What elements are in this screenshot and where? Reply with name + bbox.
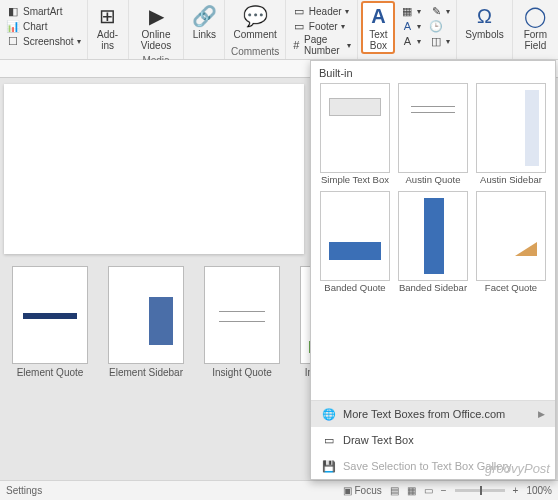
text-box-label: Text Box: [366, 29, 390, 51]
gallery-item-label: Insight Quote: [212, 367, 271, 378]
popup-item-label: Austin Sidebar: [480, 175, 542, 185]
focus-label: Focus: [355, 485, 382, 496]
zoom-in-button[interactable]: +: [513, 485, 519, 496]
ribbon-group-form: ◯ Form Field: [513, 0, 558, 59]
more-text-boxes-action[interactable]: 🌐 More Text Boxes from Office.com ▶: [311, 401, 555, 427]
datetime-icon: 🕒: [429, 19, 443, 33]
save-icon: 💾: [321, 458, 337, 474]
popup-item-banded-quote[interactable]: Banded Quote: [319, 191, 391, 293]
page-number-button[interactable]: # Page Number ▾: [290, 34, 354, 56]
settings-button[interactable]: Settings: [6, 485, 42, 496]
chevron-down-icon: ▾: [417, 37, 421, 46]
zoom-level[interactable]: 100%: [526, 485, 552, 496]
ribbon-group-comments: 💬 Comment Comments: [225, 0, 285, 59]
online-videos-label: Online Videos: [137, 29, 176, 51]
drop-cap-button[interactable]: A▾: [398, 34, 423, 48]
chart-icon: 📊: [6, 19, 20, 33]
form-field-button[interactable]: ◯ Form Field: [517, 2, 554, 53]
addins-label: Add- ins: [96, 29, 120, 51]
screenshot-button[interactable]: ☐ Screenshot ▾: [4, 34, 83, 48]
view-print-button[interactable]: ▤: [390, 485, 399, 496]
popup-item-facet-quote[interactable]: Facet Quote: [475, 191, 547, 293]
wordart-icon: A: [400, 19, 414, 33]
links-button[interactable]: 🔗 Links: [188, 2, 220, 42]
zoom-slider[interactable]: [455, 489, 505, 492]
status-bar: Settings ▣ Focus ▤ ▦ ▭ − + 100%: [0, 480, 558, 500]
chevron-down-icon: ▾: [446, 37, 450, 46]
comments-group-label: Comments: [229, 44, 280, 59]
chevron-down-icon: ▾: [446, 7, 450, 16]
ribbon-group-links: 🔗 Links: [184, 0, 225, 59]
quick-parts-button[interactable]: ▦▾: [398, 4, 423, 18]
chevron-down-icon: ▾: [345, 7, 349, 16]
ribbon-group-symbols: Ω Symbols: [457, 0, 512, 59]
zoom-out-button[interactable]: −: [441, 485, 447, 496]
object-icon: ◫: [429, 34, 443, 48]
smartart-button[interactable]: ◧ SmartArt: [4, 4, 83, 18]
symbols-label: Symbols: [465, 29, 503, 40]
draw-text-box-action[interactable]: ▭ Draw Text Box: [311, 427, 555, 453]
datetime-button[interactable]: 🕒: [427, 19, 452, 33]
video-icon: ▶: [144, 4, 168, 28]
screenshot-icon: ☐: [6, 34, 20, 48]
page-number-icon: #: [292, 38, 301, 52]
focus-icon: ▣: [343, 485, 352, 496]
footer-button[interactable]: ▭ Footer ▾: [290, 19, 354, 33]
text-box-icon: A: [366, 4, 390, 28]
dropcap-icon: A: [400, 34, 414, 48]
focus-button[interactable]: ▣ Focus: [343, 485, 382, 496]
popup-item-label: Banded Quote: [324, 283, 385, 293]
header-button[interactable]: ▭ Header ▾: [290, 4, 354, 18]
smartart-label: SmartArt: [23, 6, 62, 17]
chevron-down-icon: ▾: [341, 22, 345, 31]
screenshot-label: Screenshot: [23, 36, 74, 47]
gallery-item-label: Element Quote: [17, 367, 84, 378]
document-page[interactable]: [4, 84, 304, 254]
ribbon: ◧ SmartArt 📊 Chart ☐ Screenshot ▾ ⊞ Add-…: [0, 0, 558, 60]
text-box-dropdown: Built-in Simple Text Box Austin Quote Au…: [310, 60, 556, 480]
chevron-down-icon: ▾: [417, 7, 421, 16]
action-label: Draw Text Box: [343, 434, 414, 446]
gallery-item-element-sidebar[interactable]: Element Sidebar: [108, 266, 184, 378]
symbols-button[interactable]: Ω Symbols: [461, 2, 507, 42]
link-icon: 🔗: [192, 4, 216, 28]
gallery-item-insight-quote[interactable]: Insight Quote: [204, 266, 280, 378]
ribbon-group-text: A Text Box ▦▾ A▾ A▾ ✎▾ 🕒 ◫▾: [358, 0, 457, 59]
comment-label: Comment: [233, 29, 276, 40]
text-box-button[interactable]: A Text Box: [362, 2, 394, 53]
ribbon-group-media: ▶ Online Videos Media: [129, 0, 185, 59]
form-field-icon: ◯: [523, 4, 547, 28]
view-read-button[interactable]: ▭: [424, 485, 433, 496]
popup-item-simple-text-box[interactable]: Simple Text Box: [319, 83, 391, 185]
popup-item-austin-sidebar[interactable]: Austin Sidebar: [475, 83, 547, 185]
form-field-label: Form Field: [521, 29, 550, 51]
popup-item-banded-sidebar[interactable]: Banded Sidebar: [397, 191, 469, 293]
signature-icon: ✎: [429, 4, 443, 18]
symbols-icon: Ω: [473, 4, 497, 28]
popup-item-label: Austin Quote: [406, 175, 461, 185]
popup-item-label: Simple Text Box: [321, 175, 389, 185]
draw-textbox-icon: ▭: [321, 432, 337, 448]
popup-actions: 🌐 More Text Boxes from Office.com ▶ ▭ Dr…: [311, 400, 555, 479]
addins-icon: ⊞: [96, 4, 120, 28]
smartart-icon: ◧: [6, 4, 20, 18]
chevron-right-icon: ▶: [538, 409, 545, 419]
footer-icon: ▭: [292, 19, 306, 33]
popup-scroll[interactable]: Simple Text Box Austin Quote Austin Side…: [311, 83, 555, 400]
addins-button[interactable]: ⊞ Add- ins: [92, 2, 124, 53]
gallery-item-element-quote[interactable]: Element Quote: [12, 266, 88, 378]
popup-item-label: Facet Quote: [485, 283, 537, 293]
object-button[interactable]: ◫▾: [427, 34, 452, 48]
comment-button[interactable]: 💬 Comment: [229, 2, 280, 42]
signature-button[interactable]: ✎▾: [427, 4, 452, 18]
globe-icon: 🌐: [321, 406, 337, 422]
popup-item-austin-quote[interactable]: Austin Quote: [397, 83, 469, 185]
page-number-label: Page Number: [304, 34, 344, 56]
chart-button[interactable]: 📊 Chart: [4, 19, 83, 33]
wordart-button[interactable]: A▾: [398, 19, 423, 33]
online-videos-button[interactable]: ▶ Online Videos: [133, 2, 180, 53]
footer-label: Footer: [309, 21, 338, 32]
chevron-down-icon: ▾: [347, 41, 351, 50]
chevron-down-icon: ▾: [417, 22, 421, 31]
view-web-button[interactable]: ▦: [407, 485, 416, 496]
